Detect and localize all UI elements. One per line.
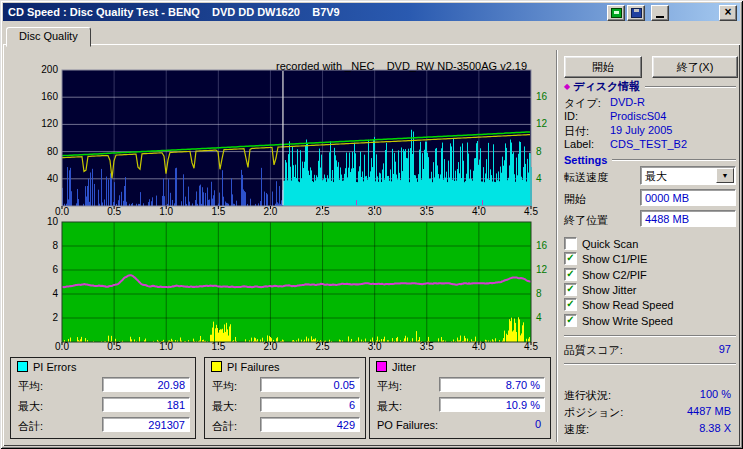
svg-text:200: 200	[41, 64, 58, 75]
vertical-divider	[556, 50, 558, 442]
pi-errors-swatch	[17, 361, 28, 372]
avg-label: 平均:	[212, 379, 237, 394]
check-icon: ✓	[566, 315, 574, 325]
disc-label-label: Label:	[564, 138, 594, 150]
minimize-icon	[656, 16, 664, 18]
start-position-value: 0000 MB	[645, 192, 689, 204]
checkbox-box: ✓	[564, 237, 577, 250]
divider	[612, 159, 736, 161]
svg-text:4.0: 4.0	[472, 341, 486, 352]
disc-label-value: CDS_TEST_B2	[610, 138, 687, 150]
settings-title: Settings	[564, 154, 607, 166]
svg-text:16: 16	[536, 240, 548, 251]
svg-text:40: 40	[47, 173, 59, 184]
po-failures-label: PO Failures:	[377, 419, 438, 431]
jitter-swatch	[376, 361, 387, 372]
recorded-with-label: recorded with _NEC DVD_RW ND-3500AG v2.1…	[276, 60, 527, 72]
copy-icon	[611, 8, 622, 18]
checkbox-label: Show Jitter	[582, 284, 636, 296]
svg-text:12: 12	[536, 264, 548, 275]
svg-text:12: 12	[536, 118, 548, 129]
checkbox-show-write-speed[interactable]: ✓ Show Write Speed	[564, 314, 673, 327]
avg-label: 平均:	[377, 379, 402, 394]
jitter-avg-value: 8.70 %	[439, 377, 545, 392]
pi-errors-legend: PI Errors 平均:20.98 最大:181 合計:291307	[10, 357, 196, 439]
check-icon: ✓	[566, 253, 574, 263]
disc-type-label: タイプ:	[564, 96, 601, 111]
svg-text:2: 2	[52, 312, 58, 323]
end-position-value: 4488 MB	[645, 213, 689, 225]
disc-date-value: 19 July 2005	[610, 124, 672, 136]
quality-score-value: 97	[719, 343, 731, 355]
max-label: 最大:	[377, 399, 402, 414]
jitter-legend: Jitter 平均:8.70 % 最大:10.9 % PO Failures:0	[369, 357, 551, 439]
checkbox-box: ✓	[564, 298, 577, 311]
svg-text:0.0: 0.0	[55, 341, 69, 352]
pi-failures-avg-value: 0.05	[260, 377, 360, 392]
checkbox-show-c2-pif[interactable]: ✓ Show C2/PIF	[564, 268, 647, 281]
quality-score-label: 品質スコア:	[564, 343, 623, 358]
svg-text:2.5: 2.5	[316, 341, 330, 352]
copy-graph-button[interactable]	[607, 5, 625, 21]
po-failures-value: 0	[439, 417, 545, 432]
settings-header: Settings	[564, 153, 736, 166]
tab-disc-quality[interactable]: Disc Quality	[6, 27, 91, 47]
checkbox-show-jitter[interactable]: ✓ Show Jitter	[564, 283, 636, 296]
speed-value: 8.38 X	[699, 422, 731, 434]
pi-failures-legend: PI Failures 平均:0.05 最大:6 合計:429	[204, 357, 366, 439]
disc-info-icon: ◆	[564, 82, 570, 91]
svg-text:8: 8	[52, 240, 58, 251]
check-icon: ✓	[566, 299, 574, 309]
svg-text:10: 10	[47, 216, 59, 227]
transfer-speed-select[interactable]: 最大 ▼	[640, 166, 736, 185]
start-position-input[interactable]: 0000 MB	[640, 189, 736, 206]
position-label: ポジション:	[564, 405, 623, 420]
checkbox-label: Show C1/PIE	[582, 253, 647, 265]
checkbox-box: ✓	[564, 252, 577, 265]
close-button[interactable]: ×	[719, 5, 737, 21]
start-button[interactable]: 開始	[564, 56, 642, 78]
checkbox-box: ✓	[564, 268, 577, 281]
checkbox-show-c1-pie[interactable]: ✓ Show C1/PIE	[564, 252, 647, 265]
svg-text:2.0: 2.0	[263, 341, 277, 352]
svg-text:4.5: 4.5	[524, 341, 538, 352]
legend-title-row: Jitter	[370, 358, 550, 375]
save-icon	[631, 8, 642, 18]
titlebar-buttons: ×	[607, 5, 737, 21]
checkbox-label: Quick Scan	[582, 238, 638, 250]
pi-failures-swatch	[211, 361, 222, 372]
checkbox-quick-scan[interactable]: ✓ Quick Scan	[564, 237, 638, 250]
end-position-input[interactable]: 4488 MB	[640, 210, 736, 227]
window-title: CD Speed : Disc Quality Test - BENQ DVD …	[8, 6, 340, 18]
disc-date-label: 日付:	[564, 124, 589, 139]
svg-text:1.0: 1.0	[159, 341, 173, 352]
checkbox-show-read-speed[interactable]: ✓ Show Read Speed	[564, 298, 674, 311]
pi-errors-max-value: 181	[102, 397, 190, 412]
speed-label: 速度:	[564, 422, 589, 437]
disc-id-label: ID:	[564, 110, 578, 122]
titlebar[interactable]: CD Speed : Disc Quality Test - BENQ DVD …	[3, 3, 740, 21]
divider	[564, 335, 736, 337]
svg-text:3.0: 3.0	[368, 341, 382, 352]
minimize-button[interactable]	[651, 5, 669, 21]
transfer-speed-label: 転送速度	[564, 170, 608, 185]
legend-title-row: PI Errors	[11, 358, 195, 375]
legend-title-row: PI Failures	[205, 358, 365, 375]
progress-label: 進行状況:	[564, 388, 611, 403]
disc-info-header: ◆ ディスク情報	[564, 80, 736, 93]
combo-dropdown-button[interactable]: ▼	[716, 168, 734, 183]
checkbox-box: ✓	[564, 283, 577, 296]
save-results-button[interactable]	[627, 5, 645, 21]
app-window: CD Speed : Disc Quality Test - BENQ DVD …	[0, 0, 743, 449]
svg-text:16: 16	[536, 91, 548, 102]
check-icon: ✓	[566, 269, 574, 279]
checkbox-label: Show Read Speed	[582, 299, 674, 311]
check-icon: ✓	[566, 284, 574, 294]
avg-label: 平均:	[18, 379, 43, 394]
divider	[645, 86, 736, 88]
pi-errors-chart: 20016012080401612840.00.51.01.52.02.53.0…	[8, 58, 560, 224]
svg-text:4: 4	[52, 288, 58, 299]
pi-failures-jitter-chart: 1086421612840.00.51.01.52.02.53.03.54.04…	[8, 214, 560, 358]
legend-name: PI Failures	[227, 361, 280, 373]
exit-button[interactable]: 終了(X)	[652, 56, 738, 78]
